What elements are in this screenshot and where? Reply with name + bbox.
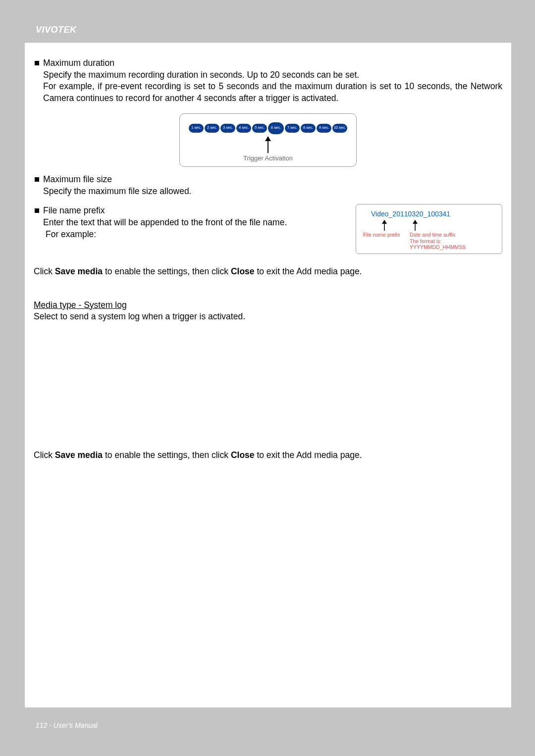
footer-text: 112 - User's Manual — [36, 721, 98, 729]
spacer — [34, 323, 502, 450]
filename-labels: File name prefix Date and time suffix Th… — [363, 232, 498, 251]
filename-sample: Video_20110320_100341 — [371, 209, 498, 219]
max-duration-line2: For example, if pre-event recording is s… — [34, 81, 502, 104]
trigger-diagram-wrap: 1 sec.2 sec.3 sec.4 sec.5 sec.6 sec.7 se… — [34, 113, 502, 167]
footer-label: User's Manual — [54, 721, 98, 729]
file-prefix-row: File name prefix Enter the text that wil… — [34, 205, 502, 254]
filename-format-label: The format is: YYYYMMDD_HHMMSS — [410, 238, 498, 251]
arrow-up-icon — [412, 220, 419, 231]
footer-sep: - — [47, 721, 53, 729]
seconds-pill-row: 1 sec.2 sec.3 sec.4 sec.5 sec.6 sec.7 se… — [187, 124, 349, 134]
second-pill: 1 sec. — [189, 124, 204, 133]
close-bold: Close — [231, 266, 255, 276]
second-pill: 6 sec. — [268, 122, 284, 134]
filename-suffix-label: Date and time suffix — [410, 232, 498, 238]
second-pill: 3 sec. — [220, 124, 235, 133]
second-pill: 5 sec. — [252, 124, 267, 133]
second-pill: 10 sec. — [332, 124, 347, 133]
bullet-file-prefix: File name prefix — [34, 205, 351, 217]
save-media-bold: Save media — [55, 266, 103, 276]
file-prefix-left: File name prefix Enter the text that wil… — [34, 205, 351, 240]
footer-band: 112 - User's Manual — [25, 707, 511, 736]
filename-example-box: Video_20110320_100341 File name prefix D… — [356, 204, 502, 254]
text-fragment: Click — [34, 266, 55, 276]
arrow-up-icon — [264, 136, 272, 153]
max-filesize-desc: Specify the maximum file size allowed. — [34, 186, 502, 198]
text-fragment: Click — [34, 450, 55, 460]
svg-marker-5 — [413, 220, 418, 224]
brand-label: VIVOTEK — [36, 25, 500, 35]
heading-file-prefix: File name prefix — [43, 205, 105, 217]
arrow-up-icon — [381, 220, 388, 231]
second-pill: 2 sec. — [205, 124, 219, 133]
save-media-bold: Save media — [55, 450, 103, 460]
square-bullet-icon — [35, 177, 39, 182]
file-prefix-example: For example: — [34, 229, 351, 241]
text-fragment: to enable the settings, then click — [103, 266, 231, 276]
trigger-activation-label: Trigger Activation — [187, 154, 349, 163]
second-pill: 4 sec. — [236, 124, 251, 133]
close-bold: Close — [231, 450, 255, 460]
square-bullet-icon — [35, 208, 39, 213]
manual-page: VIVOTEK Maximum duration Specify the max… — [25, 20, 511, 736]
trigger-diagram: 1 sec.2 sec.3 sec.4 sec.5 sec.6 sec.7 se… — [179, 113, 357, 167]
text-fragment: to enable the settings, then click — [103, 450, 231, 460]
content-area: Maximum duration Specify the maximum rec… — [25, 43, 511, 461]
filename-prefix-label: File name prefix — [363, 232, 405, 251]
file-prefix-desc: Enter the text that will be appended to … — [34, 217, 351, 229]
media-type-section: Media type - System log — [34, 300, 502, 311]
media-type-desc: Select to send a system log when a trigg… — [34, 311, 502, 323]
filename-suffix-col: Date and time suffix The format is: YYYY… — [410, 232, 498, 251]
second-pill: 9 sec. — [317, 124, 331, 133]
svg-marker-1 — [265, 136, 271, 141]
square-bullet-icon — [35, 61, 39, 65]
bullet-max-duration: Maximum duration — [34, 57, 502, 69]
filename-arrows — [381, 220, 498, 231]
save-media-line-1: Click Save media to enable the settings,… — [34, 266, 502, 278]
second-pill: 7 sec. — [285, 124, 300, 133]
svg-marker-3 — [382, 220, 387, 224]
save-media-line-2: Click Save media to enable the settings,… — [34, 450, 502, 461]
heading-max-duration: Maximum duration — [43, 57, 114, 69]
header-band: VIVOTEK — [25, 20, 511, 42]
heading-max-filesize: Maximum file size — [43, 174, 112, 186]
text-fragment: to exit the Add media page. — [255, 266, 362, 276]
footer-page-num: 112 — [36, 721, 47, 729]
bullet-max-filesize: Maximum file size — [34, 174, 502, 186]
text-fragment: to exit the Add media page. — [255, 450, 362, 460]
max-duration-line1: Specify the maximum recording duration i… — [34, 69, 502, 81]
second-pill: 8 sec. — [301, 124, 316, 133]
media-type-heading: Media type - System log — [34, 300, 127, 310]
